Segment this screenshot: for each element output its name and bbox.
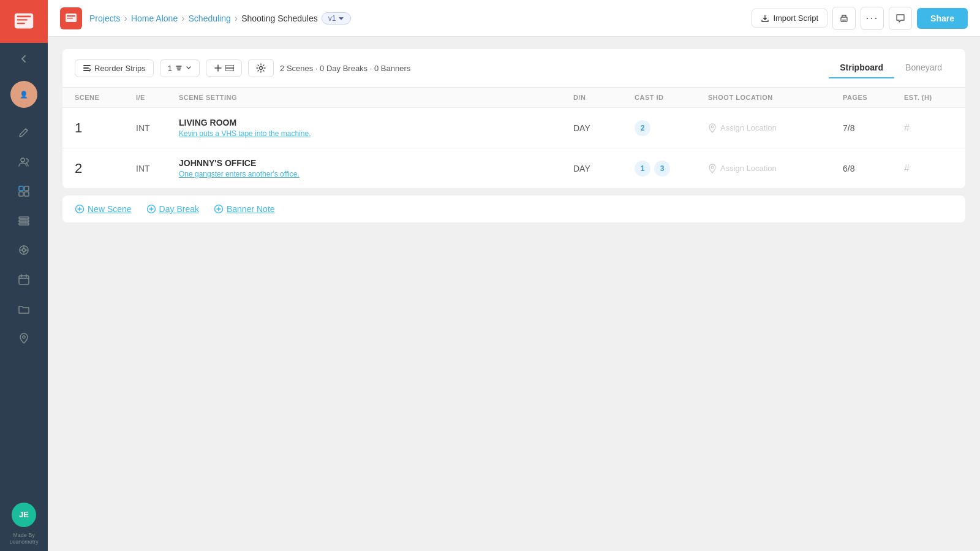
svg-rect-24 [67,15,75,17]
more-options-button[interactable]: ··· [861,7,884,30]
svg-point-36 [711,126,714,128]
svg-point-22 [23,336,25,338]
col-scene: SCENE [75,94,136,101]
col-shoot-location: SHOOT LOCATION [708,94,843,101]
svg-rect-0 [15,13,33,29]
location-pin-icon[interactable] [10,325,37,352]
reorder-strips-button[interactable]: Reorder Strips [75,59,154,77]
edit-icon[interactable] [10,119,37,146]
assign-location-button[interactable]: Assign Location [708,123,843,133]
svg-rect-26 [841,17,847,21]
col-pages: PAGES [843,94,904,101]
main-area: Projects › Home Alone › Scheduling › Sho… [48,0,980,551]
sep1: › [124,13,127,24]
svg-rect-18 [19,276,29,284]
svg-rect-7 [19,192,23,196]
tab-stripboard[interactable]: Stripboard [829,58,894,78]
cast-badge[interactable]: 3 [654,161,670,177]
svg-rect-10 [19,220,29,222]
folder-icon[interactable] [10,295,37,322]
made-by-label: Made By Leanometry [9,532,39,546]
svg-point-4 [21,158,24,162]
dn-value: DAY [573,164,635,173]
pages-value: 6/8 [843,164,904,173]
sidebar-nav [10,114,37,495]
tab-boneyard[interactable]: Boneyard [894,58,953,78]
setting-desc[interactable]: One gangster enters another's office. [179,170,573,178]
scene-number: 2 [75,161,136,177]
stats-text: 2 Scenes · 0 Day Breaks · 0 Banners [280,64,410,73]
cast-badge[interactable]: 1 [635,161,650,177]
sort-button[interactable]: 1 [160,59,200,77]
dn-value: DAY [573,123,635,133]
svg-rect-9 [19,217,29,219]
print-button[interactable] [832,7,856,30]
back-button[interactable] [0,43,48,75]
svg-rect-25 [67,18,73,19]
setting-desc[interactable]: Kevin puts a VHS tape into the machine. [179,129,573,138]
avatar[interactable]: 👤 [10,81,37,108]
col-dn: D/N [573,94,635,101]
content-area: Reorder Strips 1 2 Scenes · 0 Day Breaks… [48,37,980,551]
top-nav: Projects › Home Alone › Scheduling › Sho… [48,0,980,37]
setting-name: LIVING ROOM [179,118,573,127]
svg-point-13 [23,249,26,252]
scene-number: 1 [75,120,136,136]
breadcrumb: Projects › Home Alone › Scheduling › Sho… [89,12,351,25]
svg-rect-29 [83,67,89,69]
col-scene-setting: SCENE SETTING [179,94,573,101]
setting-name: JOHNNY'S OFFICE [179,158,573,168]
svg-rect-8 [24,192,29,196]
project-link[interactable]: Home Alone [131,13,178,23]
cast-ids: 2 [635,120,708,136]
assign-location-button[interactable]: Assign Location [708,164,843,173]
day-break-button[interactable]: Day Break [146,204,199,214]
nav-logo [60,7,82,29]
import-script-button[interactable]: Import Script [752,9,827,28]
ie-value: INT [136,164,179,173]
svg-rect-28 [83,65,91,66]
users-icon[interactable] [10,148,37,175]
strips-icon[interactable] [10,207,37,234]
banner-note-button[interactable]: Banner Note [214,204,275,214]
page-title: Shooting Schedules [241,13,318,23]
svg-rect-6 [24,186,29,191]
add-strip-button[interactable] [206,59,242,77]
toolbar: Reorder Strips 1 2 Scenes · 0 Day Breaks… [62,49,965,88]
table-row: 2 INT JOHNNY'S OFFICE One gangster enter… [62,148,965,188]
svg-rect-30 [83,70,90,71]
table-row: 1 INT LIVING ROOM Kevin puts a VHS tape … [62,108,965,148]
cast-ids: 1 3 [635,161,708,177]
wheel-icon[interactable] [10,237,37,264]
topnav-actions: Import Script ··· Share [752,7,968,30]
share-button[interactable]: Share [917,8,968,29]
calendar-icon[interactable] [10,266,37,293]
new-scene-button[interactable]: New Scene [75,204,132,214]
scene-setting-cell: LIVING ROOM Kevin puts a VHS tape into t… [179,118,573,138]
chat-button[interactable] [889,7,912,30]
add-actions-row: New Scene Day Break Banner Note [62,196,965,222]
col-ie: I/E [136,94,179,101]
scheduling-link[interactable]: Scheduling [189,13,231,23]
scene-table-wrapper: Reorder Strips 1 2 Scenes · 0 Day Breaks… [62,49,965,188]
col-est: EST. (H) [904,94,953,101]
est-value: # [904,123,953,134]
projects-link[interactable]: Projects [89,13,121,23]
ie-value: INT [136,123,179,133]
app-logo[interactable] [0,0,48,43]
col-cast-id: CAST ID [635,94,708,101]
sidebar-bottom: JE Made By Leanometry [9,495,39,551]
version-badge[interactable]: v1 [322,12,352,25]
sep2: › [181,13,184,24]
scene-setting-cell: JOHNNY'S OFFICE One gangster enters anot… [179,158,573,178]
board-icon[interactable] [10,178,37,205]
cast-badge[interactable]: 2 [635,120,650,136]
svg-rect-1 [17,16,31,18]
settings-button[interactable] [248,59,274,77]
pages-value: 7/8 [843,123,904,133]
svg-rect-2 [17,19,28,20]
sidebar: 👤 [0,0,48,551]
user-avatar[interactable]: JE [12,503,36,527]
table-header: SCENE I/E SCENE SETTING D/N CAST ID SHOO… [62,88,965,108]
svg-point-37 [711,166,714,169]
